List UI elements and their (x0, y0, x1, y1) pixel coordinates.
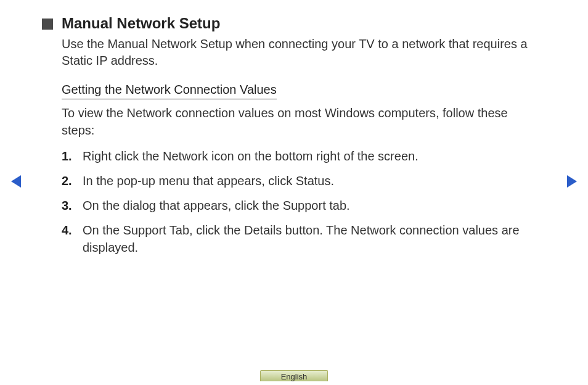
step-number: 4. (62, 221, 83, 239)
previous-page-button[interactable] (10, 174, 22, 189)
intro-text: Use the Manual Network Setup when connec… (62, 36, 533, 69)
svg-marker-0 (11, 175, 21, 188)
subheading-wrapper: Getting the Network Connection Values (62, 83, 533, 99)
subintro-text: To view the Network connection values on… (62, 104, 533, 139)
arrow-left-icon (10, 174, 22, 189)
language-indicator: English (260, 370, 328, 381)
step-text: In the pop-up menu that appears, click S… (83, 172, 533, 189)
step-text: On the Support Tab, click the Details bu… (83, 221, 533, 256)
title-row: Manual Network Setup (42, 15, 533, 32)
list-item: 2. In the pop-up menu that appears, clic… (62, 172, 533, 189)
step-number: 2. (62, 172, 83, 189)
steps-list: 1. Right click the Network icon on the b… (62, 147, 533, 256)
document-content: Manual Network Setup Use the Manual Netw… (0, 0, 588, 256)
list-item: 3. On the dialog that appears, click the… (62, 197, 533, 214)
step-text: Right click the Network icon on the bott… (83, 147, 533, 165)
next-page-button[interactable] (566, 174, 578, 189)
page-title: Manual Network Setup (62, 15, 220, 32)
subheading: Getting the Network Connection Values (62, 83, 277, 99)
list-item: 4. On the Support Tab, click the Details… (62, 221, 533, 256)
step-number: 3. (62, 197, 83, 214)
bullet-square-icon (42, 19, 53, 30)
list-item: 1. Right click the Network icon on the b… (62, 147, 533, 165)
arrow-right-icon (566, 174, 578, 189)
step-number: 1. (62, 147, 83, 165)
svg-marker-1 (567, 175, 577, 188)
step-text: On the dialog that appears, click the Su… (83, 197, 533, 214)
